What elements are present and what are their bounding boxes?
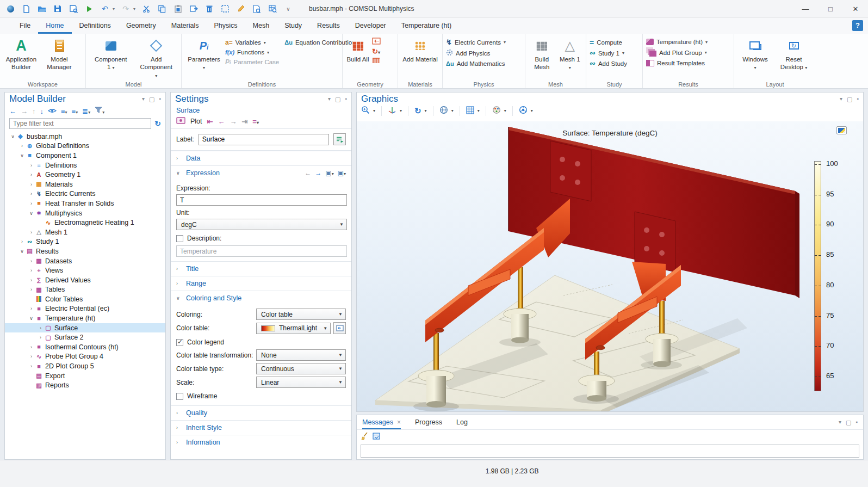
open-file-icon[interactable] — [37, 4, 47, 14]
scale-select[interactable]: Linear▼ — [256, 377, 346, 388]
rebuild-icon[interactable]: ↻▾ — [372, 48, 381, 55]
tree-item-isothermal-contours-ht[interactable]: ›■Isothermal Contours (ht) — [5, 342, 165, 352]
add-component-button[interactable]: Add Component ▾ — [138, 35, 174, 79]
expand-arrow-icon[interactable]: › — [37, 325, 44, 331]
tree-item-mesh-1[interactable]: ›△Mesh 1 — [5, 227, 165, 237]
temperature-ht-plot-button[interactable]: Temperature (ht)▾ — [646, 39, 708, 45]
forward-icon[interactable]: → — [21, 107, 28, 115]
expand-arrow-icon[interactable]: › — [28, 172, 35, 177]
expand-arrow-icon[interactable]: › — [28, 258, 35, 264]
close-messages-icon[interactable]: × — [397, 415, 401, 430]
add-plot-group-button[interactable]: Add Plot Group▾ — [646, 48, 708, 57]
tree-item-global-definitions[interactable]: ›⊕Global Definitions — [5, 141, 165, 151]
label-input[interactable] — [199, 134, 329, 145]
tree-item-views[interactable]: ›+Views — [5, 266, 165, 275]
show-icon[interactable] — [48, 107, 57, 115]
expand-arrow-icon[interactable]: › — [28, 278, 35, 283]
open-color-table-button[interactable] — [333, 322, 346, 334]
duplicate-icon[interactable] — [189, 4, 199, 14]
build-all-button[interactable]: Build All — [346, 35, 370, 63]
component-1-button[interactable]: Component 1 ▾ — [93, 35, 129, 71]
tab-mesh[interactable]: Mesh — [245, 18, 277, 34]
build-mesh-button[interactable]: Build Mesh — [529, 35, 554, 71]
tree-item-electric-currents[interactable]: ›↯Electric Currents — [5, 189, 165, 199]
copy-icon[interactable] — [157, 4, 167, 14]
panel-pin-icon[interactable]: ▪ — [857, 96, 859, 102]
expand-arrow-icon[interactable]: › — [28, 230, 35, 235]
axis-caret-icon[interactable]: ▾ — [400, 108, 402, 113]
plot-button[interactable]: Plot — [190, 118, 202, 125]
panel-pin-icon[interactable]: ▪ — [345, 96, 347, 102]
expand-arrow-icon[interactable]: › — [28, 354, 35, 359]
run-icon[interactable] — [84, 4, 94, 14]
copy-message-icon[interactable] — [373, 433, 381, 442]
undo-icon[interactable]: ↶ — [100, 4, 110, 14]
zoom-icon[interactable] — [361, 106, 370, 116]
expand-arrow-icon[interactable]: › — [18, 143, 26, 149]
tab-study[interactable]: Study — [277, 18, 309, 34]
tree-item-multiphysics[interactable]: ∨∗Multiphysics — [5, 208, 165, 218]
electric-currents-button[interactable]: ↯Electric Currents▾ — [446, 39, 506, 46]
section-coloring-style[interactable]: ∨Coloring and Style — [171, 291, 351, 305]
panel-menu-icon[interactable]: ▾ — [142, 96, 145, 102]
tree-item-datasets[interactable]: ›▦Datasets — [5, 256, 165, 266]
panel-float-icon[interactable]: ▢ — [847, 96, 852, 102]
tab-developer[interactable]: Developer — [348, 18, 394, 34]
plot-in-icon[interactable]: =▾ — [252, 118, 259, 126]
expression-input[interactable] — [176, 194, 347, 206]
tab-geometry[interactable]: Geometry — [119, 18, 164, 34]
expand-arrow-icon[interactable]: › — [28, 363, 35, 369]
tree-filter-input[interactable] — [9, 118, 151, 129]
color-table-select[interactable]: ThermalLight▼ — [256, 323, 331, 334]
color-legend-checkbox[interactable] — [176, 339, 183, 346]
application-builder-button[interactable]: A Application Builder — [3, 35, 39, 71]
tree-item-temperature-ht[interactable]: ∨■Temperature (ht) — [5, 313, 165, 323]
collapse-arrow-icon[interactable]: ∨ — [28, 211, 35, 216]
section-expression[interactable]: ∨Expression ← → ▣▾ ▣▾ — [171, 165, 351, 180]
plot-thumbnail-icon[interactable] — [836, 126, 847, 134]
coloring-select[interactable]: Color table▼ — [256, 309, 346, 320]
expr-prev-icon[interactable]: ← — [305, 169, 311, 177]
tree-item-results[interactable]: ∨▤Results — [5, 246, 165, 256]
grid-caret-icon[interactable]: ▾ — [478, 108, 480, 113]
scene-color-icon[interactable] — [492, 106, 501, 116]
minimize-button[interactable]: — — [793, 0, 818, 18]
tab-home[interactable]: Home — [38, 18, 71, 34]
expand-all-icon[interactable]: ≡▾ — [61, 107, 67, 115]
maximize-button[interactable]: □ — [818, 0, 843, 18]
redo-icon[interactable]: ↷ — [121, 4, 131, 14]
select-box-icon[interactable] — [220, 4, 230, 14]
add-material-button[interactable]: Add Material — [402, 35, 438, 63]
expand-arrow-icon[interactable]: › — [28, 344, 35, 350]
tree-item-electromagnetic-heating-1[interactable]: ∿Electromagnetic Heating 1 — [5, 218, 165, 227]
refresh-filter-icon[interactable]: ↻ — [154, 119, 161, 128]
tab-messages[interactable]: Messages× — [362, 415, 401, 429]
tab-log[interactable]: Log — [456, 415, 468, 429]
toolbar-overflow-icon[interactable]: ∨ — [283, 4, 293, 14]
unit-select[interactable]: degC▼ — [176, 219, 347, 230]
plot-last-icon[interactable]: ⇥ — [241, 118, 247, 126]
expr-next-icon[interactable]: → — [315, 169, 321, 177]
wireframe-checkbox[interactable] — [176, 393, 183, 400]
save-icon[interactable] — [53, 4, 63, 14]
new-file-icon[interactable] — [21, 4, 31, 14]
scene-color-caret-icon[interactable]: ▾ — [504, 108, 506, 113]
filter-icon[interactable]: ▾ — [95, 107, 104, 115]
panel-pin-icon[interactable]: ▪ — [159, 96, 161, 102]
tree-item-component-1[interactable]: ∨■Component 1 — [5, 151, 165, 161]
screenshot-caret-icon[interactable]: ▾ — [531, 108, 533, 113]
rotate-icon[interactable]: ↻ — [414, 107, 421, 115]
section-quality[interactable]: ›Quality — [171, 405, 351, 420]
expand-arrow-icon[interactable]: › — [28, 268, 35, 273]
find-in-doc-icon[interactable] — [252, 4, 262, 14]
section-range[interactable]: ›Range — [171, 276, 351, 291]
model-manager-button[interactable]: Model Manager — [41, 35, 77, 71]
collapse-arrow-icon[interactable]: ∨ — [18, 153, 26, 158]
windows-button[interactable]: Windows▾ — [740, 35, 771, 71]
parameter-case-button[interactable]: PiParameter Case — [225, 59, 279, 65]
tree-item-derived-values[interactable]: ›∑Derived Values — [5, 275, 165, 285]
move-down-icon[interactable]: ↓ — [40, 107, 44, 115]
parameters-button[interactable]: Pi Parameters▾ — [185, 35, 223, 71]
panel-pin-icon[interactable]: ▪ — [855, 420, 858, 425]
tree-item-definitions[interactable]: ›≡Definitions — [5, 161, 165, 170]
